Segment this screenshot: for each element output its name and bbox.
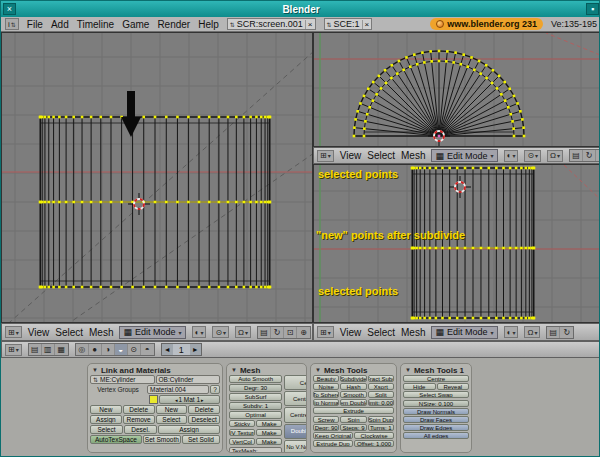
nsize-field[interactable]: NSize: 0.100 xyxy=(403,400,469,407)
proportional-edit-dropdown[interactable]: Ω▾ xyxy=(524,326,540,338)
pivot-dropdown[interactable]: ⊙▾ xyxy=(212,326,229,338)
centre-button[interactable]: Centre xyxy=(284,375,307,390)
rem-doubles-button[interactable]: Rem Doubles xyxy=(340,399,366,406)
material-select-button[interactable]: Select xyxy=(156,415,188,424)
mode-dropdown[interactable]: ▦Edit Mode▾ xyxy=(431,326,497,339)
degr-field[interactable]: Degr: 90 xyxy=(313,424,339,431)
draw-edges-toggle[interactable]: Draw Edges xyxy=(403,424,469,431)
set-solid-button[interactable]: Set Solid xyxy=(182,435,220,444)
mesh-menu[interactable]: Mesh xyxy=(401,150,425,161)
window-close-button[interactable]: × xyxy=(3,3,16,15)
panel-horizontal-icon[interactable]: ▤ xyxy=(29,344,42,355)
material-name[interactable]: Material.004 xyxy=(150,386,186,393)
vgroup-desel-button[interactable]: Desel. xyxy=(124,425,157,434)
noise-button[interactable]: Noise xyxy=(313,383,339,390)
viewport-type-menu[interactable]: ⊞▾ xyxy=(5,326,22,338)
scene-selector[interactable]: ⇅ SCE:1 × xyxy=(324,18,373,30)
snap-icon[interactable]: ⊕ xyxy=(297,327,310,338)
split-button[interactable]: Split xyxy=(368,391,394,398)
scene-name[interactable]: SCE:1 xyxy=(334,19,360,29)
window-titlebar[interactable]: × Blender ▪ xyxy=(1,1,600,17)
frame-prev-icon[interactable]: ◄ xyxy=(162,346,173,353)
vgroup-new-button[interactable]: New xyxy=(90,405,122,414)
no-vnormal-flip-toggle[interactable]: No V.Normal Flip xyxy=(284,440,307,453)
optimal-toggle[interactable]: Optimal xyxy=(229,411,282,419)
to-sphere-button[interactable]: To Sphere xyxy=(313,391,339,398)
texmesh-field[interactable]: TexMesh: xyxy=(229,447,282,453)
rotate-view-icon[interactable]: ↻ xyxy=(271,327,284,338)
auto-smooth-toggle[interactable]: Auto Smooth xyxy=(229,375,282,383)
draw-normals-toggle[interactable]: Draw Normals xyxy=(403,408,469,415)
hash-button[interactable]: Hash xyxy=(340,383,366,390)
mesh-menu[interactable]: Mesh xyxy=(89,327,113,338)
vgroup-select-button[interactable]: Select xyxy=(90,425,123,434)
extrude-button[interactable]: Extrude xyxy=(313,407,394,414)
spin-button[interactable]: Spin xyxy=(340,416,366,423)
steps-field[interactable]: Steps: 9 xyxy=(340,424,366,431)
menu-timeline[interactable]: Timeline xyxy=(77,19,114,30)
vgroup-assign-button[interactable]: Assign xyxy=(90,415,122,424)
xsort-button[interactable]: Xsort xyxy=(368,383,394,390)
hide-button[interactable]: Hide xyxy=(403,383,436,390)
extrude-dup-button[interactable]: Extrude Dup xyxy=(313,440,353,447)
select-menu[interactable]: Select xyxy=(367,327,395,338)
flip-normals-button[interactable]: Flip Normals xyxy=(313,399,339,406)
fract-subd-button[interactable]: Fract Subd xyxy=(368,375,394,382)
scene-button[interactable]: ◓ xyxy=(141,344,154,355)
scene-browse-icon[interactable]: ⇅ xyxy=(327,21,332,28)
viewport-type-menu[interactable]: ⊞▾ xyxy=(317,326,334,338)
viewport-front-3d[interactable] xyxy=(1,32,313,323)
material-name-field[interactable]: Material.004 xyxy=(147,385,209,394)
view-menu[interactable]: View xyxy=(28,327,50,338)
editing-button[interactable]: ◒ xyxy=(115,344,128,355)
draw-mode-dropdown[interactable]: ◐▾ xyxy=(504,150,519,162)
draw-mode-dropdown[interactable]: ◐▾ xyxy=(504,326,519,338)
logic-button[interactable]: ◎ xyxy=(76,344,89,355)
material-new-button[interactable]: New xyxy=(156,405,188,414)
viewport-side-3d[interactable]: selected points "new" points after subdi… xyxy=(313,164,600,323)
turns-field[interactable]: Turns: 1 xyxy=(368,424,394,431)
material-index[interactable]: 1 Mat 1 xyxy=(178,396,200,403)
offset-field[interactable]: Offset: 1.000 xyxy=(354,440,394,447)
mode-dropdown[interactable]: ▦Edit Mode▾ xyxy=(431,149,497,162)
material-color-swatch[interactable] xyxy=(149,395,158,404)
proportional-edit-dropdown[interactable]: Ω▾ xyxy=(235,326,251,338)
panel-free-icon[interactable]: ▦ xyxy=(55,344,68,355)
top-view-canvas[interactable] xyxy=(314,33,600,146)
rotate-view-icon[interactable]: ↻ xyxy=(560,327,573,338)
browse-icon[interactable]: ⇅ xyxy=(93,376,98,383)
all-edges-toggle[interactable]: All edges xyxy=(403,432,469,439)
viewport-type-menu[interactable]: ⊞▾ xyxy=(317,150,334,162)
zoom-view-icon[interactable]: ⊡ xyxy=(596,150,600,161)
scene-delete-icon[interactable]: × xyxy=(362,20,370,29)
sticky-make-button[interactable]: Make xyxy=(256,420,282,427)
zoom-view-icon[interactable]: ⊡ xyxy=(284,327,297,338)
spin-dup-button[interactable]: Spin Dup xyxy=(368,416,394,423)
frame-stepper[interactable]: ◄ 1 ► xyxy=(161,343,202,356)
select-swap-button[interactable]: Select Swap xyxy=(403,391,469,398)
menu-add[interactable]: Add xyxy=(51,19,69,30)
draw-faces-toggle[interactable]: Draw Faces xyxy=(403,416,469,423)
script-button[interactable]: ● xyxy=(89,344,102,355)
clockwise-toggle[interactable]: Clockwise xyxy=(354,432,394,439)
frame-next-icon[interactable]: ► xyxy=(190,346,201,353)
screen-browse-icon[interactable]: ⇅ xyxy=(230,21,235,28)
viewport-top-3d[interactable] xyxy=(313,32,600,147)
mesh-menu[interactable]: Mesh xyxy=(401,327,425,338)
pivot-dropdown[interactable]: ⊙▾ xyxy=(524,150,541,162)
material-question-button[interactable]: ? xyxy=(210,385,220,394)
window-type-menu[interactable]: i⇅ xyxy=(5,18,19,30)
panel-mesh-tools-tab[interactable]: ▼Mesh Tools xyxy=(313,365,394,375)
reveal-button[interactable]: Reveal xyxy=(437,383,470,390)
proportional-edit-dropdown[interactable]: Ω▾ xyxy=(547,150,563,162)
panel-link-tab[interactable]: ▼Link and Materials xyxy=(90,365,220,375)
shading-button[interactable]: ◑ xyxy=(102,344,115,355)
render-preview-icon[interactable]: ▤ xyxy=(258,327,271,338)
rotate-view-icon[interactable]: ↻ xyxy=(583,150,596,161)
material-assign-button[interactable]: Assign xyxy=(158,425,220,434)
object-button[interactable]: ⊙ xyxy=(128,344,141,355)
screen-selector[interactable]: ⇅ SCR:screen.001 × xyxy=(227,18,316,30)
material-delete-button[interactable]: Delete xyxy=(188,405,220,414)
render-preview-icon[interactable]: ▤ xyxy=(570,150,583,161)
menu-file[interactable]: File xyxy=(27,19,43,30)
